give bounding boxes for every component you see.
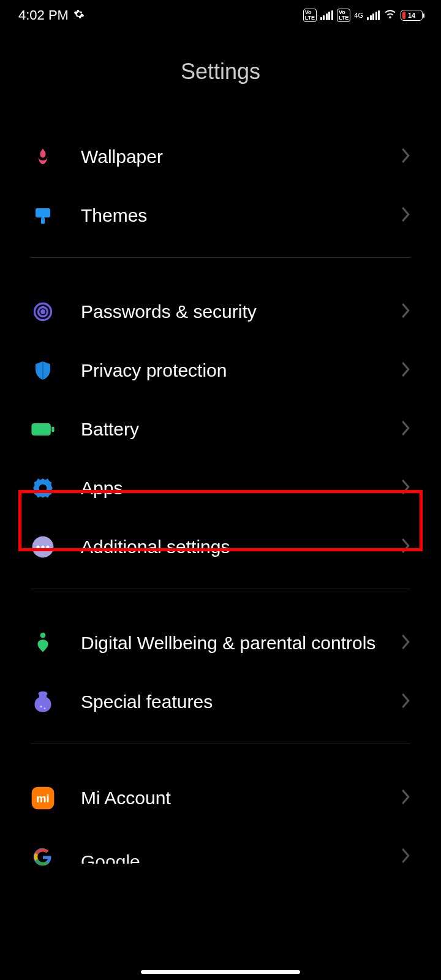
chevron-right-icon	[401, 633, 410, 653]
person-heart-icon	[31, 631, 55, 655]
svg-point-9	[37, 545, 40, 548]
chevron-right-icon	[401, 147, 410, 167]
settings-item-special-features[interactable]: Special features	[31, 673, 410, 731]
settings-list: Wallpaper Themes Passwords & security Pr…	[0, 127, 441, 869]
svg-point-11	[46, 545, 49, 548]
settings-item-digital-wellbeing[interactable]: Digital Wellbeing & parental controls	[31, 614, 410, 673]
home-indicator[interactable]	[141, 970, 300, 974]
settings-item-label: Privacy protection	[81, 359, 394, 382]
settings-item-label: Additional settings	[81, 535, 394, 559]
wifi-icon	[383, 7, 397, 23]
status-left: 4:02 PM	[18, 7, 85, 23]
google-icon	[31, 845, 55, 869]
svg-text:mi: mi	[36, 792, 49, 805]
volte-icon-1: VoLTE	[303, 9, 317, 22]
fingerprint-icon	[31, 300, 55, 324]
volte-icon-2: VoLTE	[337, 9, 350, 22]
settings-item-mi-account[interactable]: mi Mi Account	[31, 769, 410, 827]
settings-item-apps[interactable]: Apps	[31, 459, 410, 518]
settings-item-wallpaper[interactable]: Wallpaper	[31, 127, 410, 186]
status-right: VoLTE VoLTE 4G 14	[303, 7, 423, 23]
dots-icon	[31, 535, 55, 559]
svg-point-15	[44, 707, 45, 709]
chevron-right-icon	[401, 361, 410, 380]
settings-item-label: Themes	[81, 204, 394, 227]
settings-item-battery[interactable]: Battery	[31, 400, 410, 459]
signal-icon-1	[320, 10, 333, 20]
settings-item-label: Digital Wellbeing & parental controls	[81, 631, 394, 655]
svg-point-14	[40, 706, 42, 707]
page-title: Settings	[0, 59, 441, 85]
chevron-right-icon	[401, 478, 410, 498]
svg-point-4	[42, 311, 45, 314]
chevron-right-icon	[401, 537, 410, 557]
battery-percent: 14	[401, 12, 422, 19]
svg-point-7	[39, 484, 47, 492]
brush-icon	[31, 203, 55, 228]
chevron-right-icon	[401, 692, 410, 712]
settings-item-themes[interactable]: Themes	[31, 186, 410, 245]
settings-item-label: Mi Account	[81, 786, 394, 810]
settings-item-label: Passwords & security	[81, 300, 394, 323]
svg-point-10	[41, 545, 44, 548]
settings-status-icon	[74, 7, 85, 23]
signal-icon-2	[367, 10, 380, 20]
svg-rect-6	[51, 427, 54, 432]
settings-item-label: Apps	[81, 477, 394, 500]
chevron-right-icon	[401, 302, 410, 322]
svg-point-12	[40, 633, 46, 638]
divider	[31, 257, 410, 258]
status-bar: 4:02 PM VoLTE VoLTE 4G 14	[0, 0, 441, 28]
shield-icon	[31, 358, 55, 383]
chevron-right-icon	[401, 847, 410, 867]
divider	[31, 744, 410, 744]
settings-item-label: Battery	[81, 418, 394, 441]
chevron-right-icon	[401, 206, 410, 225]
battery-icon: 14	[401, 10, 423, 21]
network-type-label: 4G	[354, 12, 363, 19]
divider	[31, 589, 410, 589]
mi-icon: mi	[31, 786, 55, 810]
settings-item-additional-settings[interactable]: Additional settings	[31, 518, 410, 576]
settings-item-passwords-security[interactable]: Passwords & security	[31, 282, 410, 341]
battery-icon	[31, 417, 55, 442]
chevron-right-icon	[401, 788, 410, 808]
settings-item-google[interactable]: Google	[31, 827, 410, 869]
svg-rect-0	[36, 208, 50, 217]
status-time: 4:02 PM	[18, 7, 69, 23]
settings-item-label: Google	[81, 850, 394, 864]
tulip-icon	[31, 145, 55, 169]
settings-item-label: Wallpaper	[81, 145, 394, 168]
flask-icon	[31, 690, 55, 714]
gear-icon	[31, 476, 55, 500]
svg-rect-5	[31, 423, 50, 435]
chevron-right-icon	[401, 420, 410, 439]
settings-item-privacy-protection[interactable]: Privacy protection	[31, 341, 410, 400]
settings-item-label: Special features	[81, 690, 394, 714]
svg-rect-1	[41, 217, 45, 224]
